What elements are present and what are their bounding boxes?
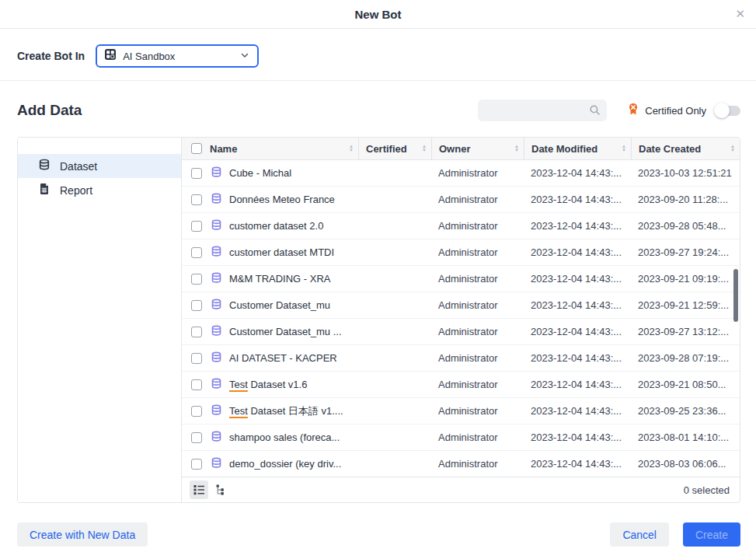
- row-owner: Administrator: [431, 458, 524, 470]
- add-data-toolbar: Add Data Certified Only: [0, 81, 756, 137]
- dataset-cube-icon: [211, 272, 222, 286]
- dataset-cube-icon: [211, 325, 222, 339]
- row-name: shampoo sales (foreca...: [229, 431, 340, 443]
- dataset-cube-icon: [211, 457, 222, 471]
- row-checkbox[interactable]: [191, 274, 202, 285]
- row-owner: Administrator: [431, 352, 524, 364]
- row-name: Données Meteo France: [229, 194, 335, 205]
- row-name: AI DATASET - KACPER: [229, 352, 337, 364]
- row-checkbox[interactable]: [191, 379, 202, 390]
- row-date-modified: 2023-12-04 14:43:...: [524, 352, 631, 364]
- row-checkbox[interactable]: [191, 432, 202, 443]
- row-date-created: 2023-09-25 23:36...: [631, 405, 740, 417]
- row-checkbox[interactable]: [191, 168, 202, 179]
- dataset-cube-icon: [211, 378, 222, 392]
- certified-only-toggle[interactable]: [714, 103, 740, 118]
- create-button[interactable]: Create: [683, 522, 740, 547]
- column-header-date-modified: Date Modified: [531, 143, 618, 155]
- create-bot-in-section: Create Bot In AI Sandbox: [0, 29, 756, 81]
- certified-only-label: Certified Only: [645, 105, 706, 117]
- toggle-knob: [714, 103, 730, 118]
- row-checkbox[interactable]: [191, 353, 202, 364]
- row-checkbox[interactable]: [191, 327, 202, 337]
- report-icon: [38, 183, 51, 197]
- close-icon[interactable]: ✕: [735, 7, 745, 21]
- table-row[interactable]: demo_dossier (key driv... Administrator …: [182, 451, 740, 477]
- row-checkbox[interactable]: [191, 221, 202, 232]
- row-date-created: 2023-08-03 06:06...: [631, 458, 740, 470]
- sidebar-item-dataset[interactable]: Dataset: [18, 154, 181, 178]
- dataset-table: Name ▲▼ Certified ▲▼ Owner ▲▼ Date Modif…: [182, 138, 740, 502]
- search-input[interactable]: [478, 100, 607, 121]
- sort-icon-owner[interactable]: ▲▼: [514, 145, 519, 152]
- row-name: Test Dataset 日本語 v1....: [229, 404, 343, 418]
- environment-dropdown[interactable]: AI Sandbox: [96, 44, 259, 68]
- row-owner: Administrator: [431, 405, 524, 417]
- row-date-created: 2023-09-27 13:12:...: [631, 326, 740, 337]
- vertical-scrollbar[interactable]: [733, 269, 738, 322]
- sidebar-item-report[interactable]: Report: [18, 178, 181, 202]
- row-owner: Administrator: [431, 326, 524, 337]
- dataset-cube-icon: [211, 166, 222, 180]
- sort-icon-certified[interactable]: ▲▼: [422, 145, 427, 152]
- dialog-header: New Bot ✕: [0, 0, 756, 29]
- row-owner: Administrator: [431, 299, 524, 311]
- row-name: Cube - Michal: [229, 167, 291, 179]
- row-date-modified: 2023-12-04 14:43:...: [524, 431, 631, 443]
- sort-icon-date-modified[interactable]: ▲▼: [622, 145, 626, 152]
- dataset-cube-icon: [211, 431, 222, 445]
- row-owner: Administrator: [431, 220, 524, 232]
- table-row[interactable]: Test Dataset v1.6 Administrator 2023-12-…: [182, 372, 740, 398]
- row-checkbox[interactable]: [191, 194, 202, 205]
- list-view-icon[interactable]: [190, 480, 208, 499]
- row-date-created: 2023-09-28 05:48...: [631, 220, 740, 232]
- table-row[interactable]: Test Dataset 日本語 v1.... Administrator 20…: [182, 398, 740, 424]
- row-owner: Administrator: [431, 246, 524, 258]
- column-header-name: Name: [210, 143, 346, 155]
- row-date-modified: 2023-12-04 14:43:...: [524, 299, 631, 311]
- row-date-created: 2023-09-21 09:19:...: [631, 273, 740, 285]
- table-row[interactable]: customer dataset MTDI Administrator 2023…: [182, 239, 740, 266]
- cancel-button[interactable]: Cancel: [610, 522, 669, 547]
- row-date-created: 2023-09-20 11:28:...: [631, 194, 740, 205]
- sort-icon-date-created[interactable]: ▲▼: [730, 145, 735, 152]
- table-body: Cube - Michal Administrator 2023-12-04 1…: [182, 160, 740, 477]
- row-checkbox[interactable]: [191, 247, 202, 258]
- table-row[interactable]: Customer Dataset_mu Administrator 2023-1…: [182, 292, 740, 319]
- dataset-cube-icon: [211, 219, 222, 233]
- select-all-checkbox[interactable]: [191, 143, 202, 154]
- row-date-modified: 2023-12-04 14:43:...: [524, 326, 631, 337]
- dataset-icon: [38, 159, 51, 173]
- table-row[interactable]: M&M TRADING - XRA Administrator 2023-12-…: [182, 266, 740, 292]
- dataset-cube-icon: [211, 299, 222, 313]
- table-row[interactable]: Données Meteo France Administrator 2023-…: [182, 187, 740, 213]
- table-header: Name ▲▼ Certified ▲▼ Owner ▲▼ Date Modif…: [182, 138, 740, 160]
- dataset-cube-icon: [211, 404, 222, 418]
- dialog-title: New Bot: [355, 8, 402, 21]
- row-checkbox[interactable]: [191, 406, 202, 417]
- row-checkbox[interactable]: [191, 300, 202, 311]
- dataset-cube-icon: [211, 246, 222, 260]
- row-name: customer dataset 2.0: [229, 220, 323, 232]
- table-row[interactable]: Cube - Michal Administrator 2023-12-04 1…: [182, 160, 740, 187]
- table-row[interactable]: AI DATASET - KACPER Administrator 2023-1…: [182, 345, 740, 372]
- row-date-created: 2023-10-03 12:51:21: [631, 167, 740, 179]
- table-row[interactable]: customer dataset 2.0 Administrator 2023-…: [182, 213, 740, 239]
- row-checkbox[interactable]: [191, 459, 202, 470]
- row-date-modified: 2023-12-04 14:43:...: [524, 194, 631, 205]
- row-date-modified: 2023-12-04 14:43:...: [524, 379, 631, 390]
- sort-icon-name[interactable]: ▲▼: [349, 145, 354, 152]
- row-owner: Administrator: [431, 194, 524, 205]
- dataset-cube-icon: [211, 193, 222, 207]
- dataset-cube-icon: [211, 351, 222, 365]
- selected-count: 0 selected: [684, 484, 730, 496]
- data-picker-panel: Dataset Report Name ▲▼ Certified ▲▼: [17, 137, 740, 503]
- table-row[interactable]: shampoo sales (foreca... Administrator 2…: [182, 424, 740, 451]
- table-row[interactable]: Customer Dataset_mu ... Administrator 20…: [182, 319, 740, 345]
- row-name: demo_dossier (key driv...: [229, 458, 341, 470]
- table-footer: 0 selected: [182, 477, 740, 502]
- row-date-modified: 2023-12-04 14:43:...: [524, 220, 631, 232]
- create-with-new-data-button[interactable]: Create with New Data: [17, 522, 148, 547]
- tree-view-icon[interactable]: [210, 480, 228, 499]
- row-owner: Administrator: [431, 379, 524, 390]
